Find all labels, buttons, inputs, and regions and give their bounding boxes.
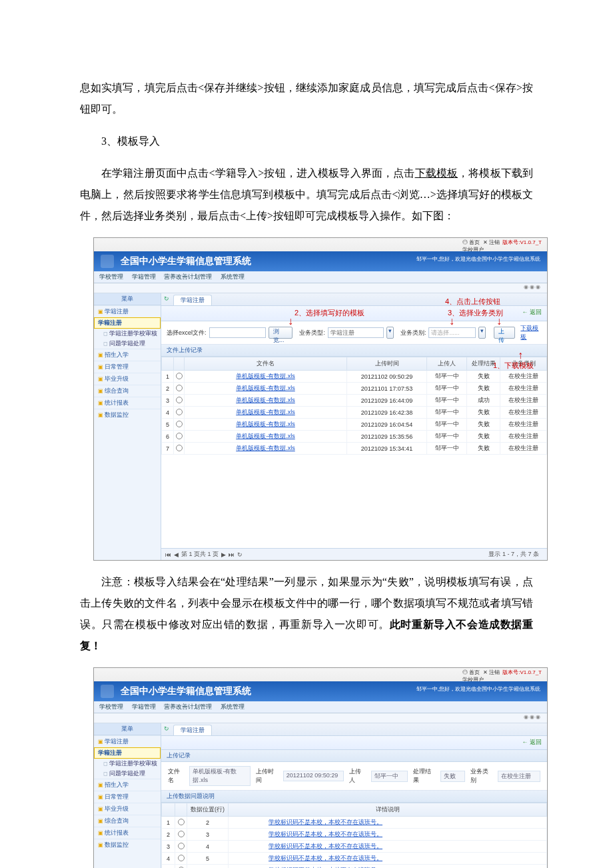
file-link[interactable]: 单机版模板-有数据.xls <box>185 407 347 419</box>
sidebar-item[interactable]: 统计报表 <box>94 397 161 409</box>
sidebar-item[interactable]: 学籍注册 <box>94 317 161 329</box>
section-errors: 上传数据问题说明 <box>161 791 547 803</box>
lbl-user: 上传人 <box>349 767 365 785</box>
back-link[interactable]: ← 返回 <box>522 308 542 317</box>
pager-last-icon[interactable]: ⏭ <box>229 551 235 558</box>
pager-next-icon[interactable]: ▶ <box>221 551 226 558</box>
row-radio[interactable] <box>178 855 185 861</box>
biztype-dd[interactable]: ▾ <box>386 327 394 339</box>
bizcat-dd[interactable]: ▾ <box>478 327 486 339</box>
main-panel: ↻ 学籍注册 ← 返回 上传记录 文件名 单机版模板-有数据.xls 上传时间 … <box>161 723 547 868</box>
val-user: 邹平一中 <box>371 771 408 782</box>
sidebar-item[interactable]: 学籍注册 <box>94 735 161 747</box>
menu-school[interactable]: 学校管理 <box>99 703 123 710</box>
error-table: 数据位置(行) 详情说明 12学校标识码不是本校，本校不存在该班号。23学校标识… <box>161 803 547 868</box>
file-link[interactable]: 单机版模板-有数据.xls <box>185 383 347 395</box>
tab-register[interactable]: 学籍注册 <box>173 295 212 305</box>
sidebar-item[interactable]: 统计报表 <box>94 827 161 839</box>
pager-prev-icon[interactable]: ◀ <box>174 551 179 558</box>
sidebar-item[interactable]: 招生入学 <box>94 349 161 361</box>
sidebar-item[interactable]: 毕业升级 <box>94 803 161 815</box>
menu-roll[interactable]: 学籍管理 <box>132 273 156 280</box>
browse-button[interactable]: 浏览... <box>269 327 293 339</box>
col-position: 数据位置(行) <box>187 803 229 817</box>
error-link[interactable]: 学校标识码不是本校，本校不存在该班号。 <box>229 853 547 865</box>
paragraph-3: 注意：模板导入结果会在“处理结果”一列显示，如果显示为“失败”，说明模板填写有误… <box>80 571 533 657</box>
error-link[interactable]: 学校标识码不是本校，本校不存在该班号。 <box>229 865 547 869</box>
annot-3: 3、选择业务类别 <box>448 308 503 318</box>
sidebar-item[interactable]: 招生入学 <box>94 779 161 791</box>
sidebar-item[interactable]: 日常管理 <box>94 361 161 373</box>
error-link[interactable]: 学校标识码不是本校，本校不存在该班号。 <box>229 841 547 853</box>
file-link[interactable]: 单机版模板-有数据.xls <box>185 443 347 455</box>
home-link[interactable]: 首页 <box>469 669 480 675</box>
file-link[interactable]: 单机版模板-有数据.xls <box>185 419 347 431</box>
bizcat-select[interactable]: 请选择...... <box>428 327 476 338</box>
column-header: 文件名 <box>185 357 347 371</box>
screenshot-errors: ◎ 首页 ✕ 注销 版本号:V1.0.7_T 学校用户 全国中小学生学籍信息管理… <box>93 667 548 868</box>
sidebar-item[interactable]: 综合查询 <box>94 815 161 827</box>
logout-link[interactable]: 注销 <box>489 239 500 245</box>
arrow-1: ↑ <box>518 350 523 361</box>
menu-nutrition[interactable]: 营养改善计划管理 <box>164 703 212 710</box>
pager-refresh-icon[interactable]: ↻ <box>237 551 243 558</box>
biztype-label: 业务类型: <box>299 329 325 337</box>
back-link[interactable]: ← 返回 <box>522 738 542 747</box>
menu-school[interactable]: 学校管理 <box>99 273 123 280</box>
table-row: 5单机版模板-有数据.xls20121029 16:04:54邹平一中失败在校生… <box>162 419 547 431</box>
sidebar-item[interactable]: 学籍注册 <box>94 747 161 759</box>
row-radio[interactable] <box>178 819 185 825</box>
row-radio[interactable] <box>178 831 185 837</box>
error-link[interactable]: 学校标识码不是本校，本校不存在该班号。 <box>229 817 547 829</box>
row-radio[interactable] <box>176 385 183 391</box>
file-link[interactable]: 单机版模板-有数据.xls <box>185 371 347 383</box>
sidebar-item[interactable]: 数据监控 <box>94 409 161 421</box>
file-input[interactable] <box>209 327 266 338</box>
row-radio[interactable] <box>176 433 183 439</box>
row-radio[interactable] <box>176 409 183 415</box>
menu-nutrition[interactable]: 营养改善计划管理 <box>164 273 212 280</box>
row-radio[interactable] <box>178 843 185 849</box>
annot-2: 2、选择填写好的模板 <box>295 308 364 318</box>
file-link[interactable]: 单机版模板-有数据.xls <box>185 431 347 443</box>
pager-first-icon[interactable]: ⏮ <box>165 551 171 558</box>
sidebar-item[interactable]: 综合查询 <box>94 385 161 397</box>
sidebar-item[interactable]: 学籍注册 <box>94 305 161 317</box>
topbar: ◎ 首页 ✕ 注销 版本号:V1.0.7_T 学校用户 <box>94 238 547 251</box>
app-title: 全国中小学生学籍信息管理系统 <box>121 685 251 696</box>
sidebar-item[interactable]: 数据监控 <box>94 839 161 851</box>
upload-button[interactable]: 上 传 <box>494 327 515 339</box>
banner: 全国中小学生学籍信息管理系统 邹平一中,您好，欢迎光临全国中小学生学籍信息系统 <box>94 681 547 701</box>
sidebar-item[interactable]: 日常管理 <box>94 791 161 803</box>
excel-label: 选择excel文件: <box>167 329 207 337</box>
p2-link: 下载模板 <box>415 167 458 179</box>
heading-3: 3、模板导入 <box>80 131 533 152</box>
row-radio[interactable] <box>176 373 183 379</box>
refresh-icon[interactable]: ↻ <box>164 725 169 732</box>
sidebar-header: 菜单 <box>94 723 161 735</box>
row-radio[interactable] <box>176 445 183 451</box>
row-radio[interactable] <box>176 397 183 403</box>
menu-system[interactable]: 系统管理 <box>221 703 245 710</box>
tab-register[interactable]: 学籍注册 <box>173 725 212 735</box>
column-header <box>162 357 174 371</box>
row-radio[interactable] <box>176 421 183 427</box>
lbl-cat: 业务类别 <box>470 767 492 785</box>
download-template-link[interactable]: 下载模板 <box>520 324 542 341</box>
logout-link[interactable]: 注销 <box>489 669 500 675</box>
banner: 全国中小学生学籍信息管理系统 邹平一中,您好，欢迎光临全国中小学生学籍信息系统 <box>94 251 547 271</box>
table-row: 56学校标识码不是本校，本校不存在该班号。 <box>162 865 547 869</box>
home-link[interactable]: 首页 <box>469 239 480 245</box>
menu-roll[interactable]: 学籍管理 <box>132 703 156 710</box>
sidebar-item[interactable]: 毕业升级 <box>94 373 161 385</box>
file-link[interactable]: 单机版模板-有数据.xls <box>185 395 347 407</box>
error-link[interactable]: 学校标识码不是本校，本校不存在该班号。 <box>229 829 547 841</box>
column-header: 上传时间 <box>347 357 427 371</box>
pager: ⏮ ◀ 第 1 页共 1 页 ▶ ⏭ ↻ 显示 1 - 7，共 7 条 <box>161 548 547 560</box>
menu-system[interactable]: 系统管理 <box>221 273 245 280</box>
biztype-select[interactable]: 学籍注册 <box>328 327 384 338</box>
upload-table: 文件名上传时间上传人处理结果业务类别 1单机版模板-有数据.xls2012110… <box>161 357 547 455</box>
version: 版本号:V1.0.7_T <box>502 239 542 245</box>
refresh-icon[interactable]: ↻ <box>164 295 169 302</box>
table-row: 34学校标识码不是本校，本校不存在该班号。 <box>162 841 547 853</box>
